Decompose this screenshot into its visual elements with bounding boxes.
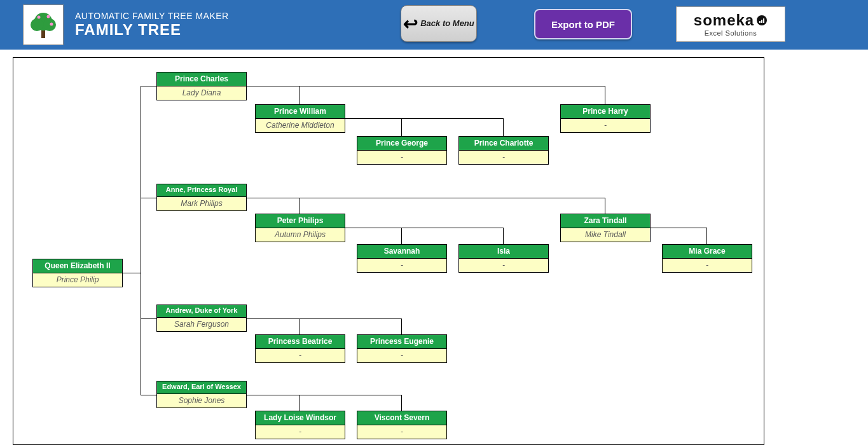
node-spouse: - (357, 259, 446, 272)
svg-point-5 (47, 15, 50, 18)
node-spouse: Sophie Jones (157, 394, 246, 407)
node-prince-charles: Prince Charles Lady Diana (156, 72, 247, 100)
node-prince-charlotte: Prince Charlotte - (458, 136, 549, 165)
node-savannah: Savannah - (357, 244, 447, 273)
node-name: Prince Charlotte (459, 137, 548, 151)
node-mia-grace: Mia Grace - (662, 244, 752, 273)
node-spouse: - (357, 151, 446, 164)
node-name: Peter Philips (256, 214, 345, 228)
node-spouse: - (663, 259, 752, 272)
node-anne-princess-royal: Anne, Princess Royal Mark Philips (156, 184, 247, 211)
back-button-label: Back to Menu (420, 19, 474, 28)
node-spouse: Sarah Ferguson (157, 318, 246, 331)
back-to-menu-button[interactable]: ↩ Back to Menu (401, 5, 477, 42)
node-name: Queen Elizabeth II (33, 259, 122, 273)
node-name: Anne, Princess Royal (157, 184, 246, 197)
node-spouse: - (256, 349, 345, 362)
node-name: Princess Beatrice (256, 335, 345, 349)
vendor-logo: someka Excel Solutions (676, 6, 785, 42)
node-prince-william: Prince William Catherine Middleton (255, 104, 345, 133)
node-name: Zara Tindall (561, 214, 650, 228)
svg-rect-10 (763, 18, 764, 23)
node-isla: Isla - (458, 244, 549, 273)
node-name: Prince William (256, 105, 345, 119)
node-name: Prince George (357, 137, 446, 151)
node-name: Andrew, Duke of York (157, 305, 246, 318)
node-andrew-duke-york: Andrew, Duke of York Sarah Ferguson (156, 305, 247, 332)
node-spouse: Autumn Philips (256, 228, 345, 242)
node-viscont-severn: Viscont Severn - (357, 411, 447, 439)
node-name: Isla (459, 245, 548, 259)
node-peter-philips: Peter Philips Autumn Philips (255, 214, 345, 242)
svg-point-6 (50, 23, 53, 26)
node-spouse: - (256, 425, 345, 439)
node-name: Mia Grace (663, 245, 752, 259)
node-princess-eugenie: Princess Eugenie - (357, 334, 447, 363)
node-spouse: Prince Philip (33, 273, 122, 287)
node-spouse: - (561, 119, 650, 132)
page-title: FAMILY TREE (75, 21, 229, 39)
export-pdf-button[interactable]: Export to PDF (534, 9, 632, 39)
node-spouse: - (357, 425, 446, 439)
node-name: Prince Charles (157, 72, 246, 86)
svg-rect-9 (761, 20, 762, 23)
svg-point-2 (31, 18, 43, 31)
node-princess-beatrice: Princess Beatrice - (255, 334, 345, 363)
vendor-name: someka (694, 11, 768, 29)
svg-point-4 (38, 16, 41, 19)
node-name: Prince Harry (561, 105, 650, 119)
node-prince-harry: Prince Harry - (560, 104, 651, 133)
node-spouse: Mike Tindall (561, 228, 650, 242)
node-name: Lady Loise Windsor (256, 411, 345, 425)
node-name: Edward, Earl of Wessex (157, 381, 246, 394)
back-arrow-icon: ↩ (403, 13, 418, 34)
node-spouse: Lady Diana (157, 86, 246, 100)
node-zara-tindall: Zara Tindall Mike Tindall (560, 214, 651, 242)
export-button-label: Export to PDF (551, 19, 615, 30)
title-block: AUTOMATIC FAMILY TREE MAKER FAMILY TREE (75, 11, 229, 39)
svg-rect-8 (759, 21, 761, 23)
vendor-badge-icon (756, 15, 768, 26)
node-edward-earl-wessex: Edward, Earl of Wessex Sophie Jones (156, 381, 247, 408)
node-name: Savannah (357, 245, 446, 259)
tree-logo-icon (23, 4, 64, 45)
node-prince-george: Prince George - (357, 136, 447, 165)
page-subtitle: AUTOMATIC FAMILY TREE MAKER (75, 11, 229, 21)
node-queen-elizabeth: Queen Elizabeth II Prince Philip (32, 259, 123, 287)
node-spouse: - (357, 349, 446, 362)
tree-canvas: Queen Elizabeth II Prince Philip Prince … (13, 57, 764, 445)
node-name: Princess Eugenie (357, 335, 446, 349)
node-lady-loise-windsor: Lady Loise Windsor - (255, 411, 345, 439)
node-spouse: Catherine Middleton (256, 119, 345, 132)
node-spouse: - (459, 151, 548, 164)
node-spouse: Mark Philips (157, 197, 246, 210)
app-header: AUTOMATIC FAMILY TREE MAKER FAMILY TREE … (0, 0, 868, 50)
node-spouse: - (459, 259, 548, 272)
svg-point-3 (43, 18, 56, 31)
node-name: Viscont Severn (357, 411, 446, 425)
vendor-tagline: Excel Solutions (705, 29, 757, 37)
